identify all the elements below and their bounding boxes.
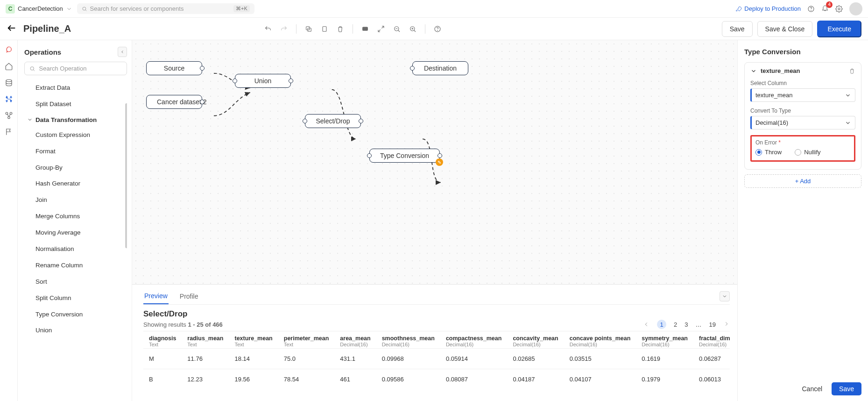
op-moving-average[interactable]: Moving Average <box>24 225 124 241</box>
page-…[interactable]: … <box>696 321 702 328</box>
op-custom-expression[interactable]: Custom Expression <box>24 127 124 143</box>
zoom-out-icon[interactable] <box>393 25 401 33</box>
node-port[interactable] <box>367 153 372 158</box>
paste-icon[interactable] <box>321 25 328 33</box>
op-group-data-transformation[interactable]: Data Transformation <box>24 113 124 127</box>
op-rename-column[interactable]: Rename Column <box>24 258 124 274</box>
node-port[interactable] <box>200 66 205 71</box>
node-select-drop[interactable]: Select/Drop <box>305 114 361 128</box>
rail-flag[interactable] <box>5 128 13 137</box>
col-concave points_mean[interactable]: concave points_meanDecimal(16) <box>564 331 636 349</box>
node-destination[interactable]: Destination <box>412 61 468 75</box>
op-normalisation[interactable]: Normalisation <box>24 241 124 258</box>
node-type-conversion[interactable]: Type Conversion ✎ <box>369 149 440 163</box>
pipeline-title: Pipeline_A <box>23 23 71 34</box>
col-smoothness_mean[interactable]: smoothness_meanDecimal(16) <box>376 331 440 349</box>
node-source[interactable]: Source <box>146 61 202 75</box>
op-join[interactable]: Join <box>24 192 124 208</box>
panel-collapse-button[interactable] <box>720 291 730 301</box>
table-row[interactable]: B12.2319.5678.544610.095860.080870.04187… <box>143 369 730 390</box>
undo-icon[interactable] <box>264 25 272 33</box>
help-icon[interactable] <box>807 5 815 13</box>
deploy-to-production[interactable]: Deploy to Production <box>735 5 801 12</box>
expand-icon[interactable] <box>377 25 385 33</box>
col-area_mean[interactable]: area_meanDecimal(16) <box>334 331 376 349</box>
preview-panel: Preview Profile Select/Drop Showing resu… <box>132 284 737 401</box>
op-union[interactable]: Union <box>24 322 124 339</box>
on-error-nullify-radio[interactable]: Nullify <box>795 149 820 156</box>
redo-icon[interactable] <box>280 25 288 33</box>
page-2[interactable]: 2 <box>674 321 677 328</box>
page-prev-icon[interactable] <box>643 321 649 328</box>
zoom-in-icon[interactable] <box>409 25 416 33</box>
node-port[interactable] <box>200 100 205 104</box>
col-radius_mean[interactable]: radius_meanText <box>182 331 229 349</box>
select-column-label: Select Column <box>750 80 855 86</box>
back-button[interactable] <box>7 23 17 35</box>
col-compactness_mean[interactable]: compactness_meanDecimal(16) <box>440 331 508 349</box>
help-circle-icon[interactable] <box>434 25 441 33</box>
delete-icon[interactable] <box>849 68 855 74</box>
data-table-wrap[interactable]: diagnosisTextradius_meanTexttexture_mean… <box>143 331 730 389</box>
operations-search[interactable] <box>24 62 127 75</box>
op-merge-columns[interactable]: Merge Columns <box>24 208 124 225</box>
node-port[interactable] <box>233 79 237 83</box>
rail-pipeline[interactable] <box>5 95 13 105</box>
node-port[interactable] <box>303 119 307 123</box>
col-concavity_mean[interactable]: concavity_meanDecimal(16) <box>507 331 564 349</box>
delete-icon[interactable] <box>337 25 344 33</box>
rail-data[interactable] <box>5 79 13 88</box>
op-hash-generator[interactable]: Hash Generator <box>24 176 124 192</box>
add-row-button[interactable]: + Add <box>744 174 861 188</box>
scrollbar-thumb[interactable] <box>125 103 127 248</box>
on-error-throw-radio[interactable]: Throw <box>755 149 782 156</box>
col-symmetry_mean[interactable]: symmetry_meanDecimal(16) <box>636 331 693 349</box>
project-selector[interactable]: C CancerDetection <box>6 4 72 14</box>
node-union[interactable]: Union <box>235 74 291 88</box>
node-port[interactable] <box>359 119 363 123</box>
save-and-close-button[interactable]: Save & Close <box>757 21 813 37</box>
notifications[interactable]: 4 <box>821 4 829 13</box>
collapse-ops-button[interactable] <box>118 47 127 57</box>
col-fractal_dimension_mean[interactable]: fractal_dimension_meanDecimal(16) <box>693 331 730 349</box>
chevron-down-icon[interactable] <box>750 68 757 74</box>
page-next-icon[interactable] <box>723 321 730 329</box>
global-search-input[interactable] <box>90 5 231 12</box>
node-port[interactable] <box>438 153 442 158</box>
rail-home[interactable] <box>5 62 13 72</box>
config-save-button[interactable]: Save <box>832 382 861 395</box>
select-column-dropdown[interactable]: texture_mean <box>750 88 855 102</box>
user-avatar[interactable] <box>849 2 862 15</box>
node-cancer-dataset-2[interactable]: Cancer dataset 2 <box>146 95 202 109</box>
op-group-by[interactable]: Group-By <box>24 160 124 176</box>
page-1[interactable]: 1 <box>657 320 666 329</box>
col-texture_mean[interactable]: texture_meanText <box>229 331 278 349</box>
rail-ai[interactable] <box>5 46 13 56</box>
save-button[interactable]: Save <box>722 21 753 37</box>
copy-icon[interactable] <box>305 25 312 33</box>
global-search[interactable]: ⌘+K <box>77 3 254 14</box>
pipeline-canvas[interactable]: Source Cancer dataset 2 Union Select/Dro… <box>132 40 737 284</box>
op-split-column[interactable]: Split Column <box>24 290 124 307</box>
fit-screen-icon[interactable] <box>361 25 369 33</box>
node-port[interactable] <box>410 66 415 71</box>
table-row[interactable]: M11.7618.1475.0431.10.099680.059140.0268… <box>143 349 730 369</box>
execute-button[interactable]: Execute <box>817 21 861 37</box>
node-port[interactable] <box>289 79 293 83</box>
page-3[interactable]: 3 <box>685 321 688 328</box>
op-format[interactable]: Format <box>24 143 124 160</box>
op-extract-data[interactable]: Extract Data <box>24 80 124 96</box>
tab-preview[interactable]: Preview <box>143 288 169 304</box>
col-perimeter_mean[interactable]: perimeter_meanText <box>278 331 335 349</box>
config-cancel-button[interactable]: Cancel <box>797 382 827 395</box>
settings-icon[interactable] <box>835 5 843 13</box>
operations-search-input[interactable] <box>39 65 122 72</box>
op-split-dataset[interactable]: Split Dataset <box>24 96 124 113</box>
page-19[interactable]: 19 <box>709 321 716 328</box>
op-sort[interactable]: Sort <box>24 274 124 290</box>
tab-profile[interactable]: Profile <box>179 289 199 304</box>
convert-type-dropdown[interactable]: Decimal(16) <box>750 116 855 129</box>
op-type-conversion[interactable]: Type Conversion <box>24 307 124 323</box>
rail-graph[interactable] <box>5 111 13 121</box>
col-diagnosis[interactable]: diagnosisText <box>143 331 182 349</box>
